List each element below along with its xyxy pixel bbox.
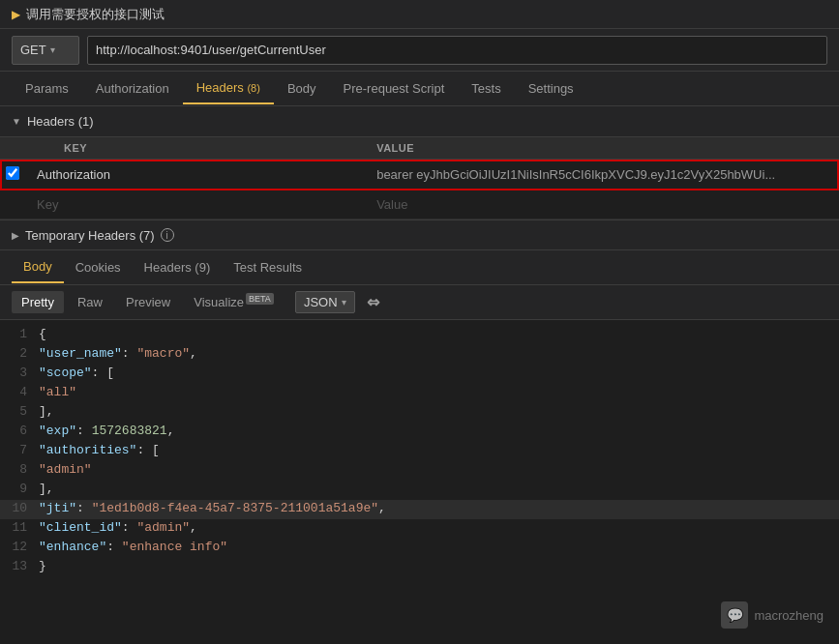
line-content-12: "enhance": "enhance info" (39, 540, 839, 557)
watermark-icon: 💬 (721, 601, 748, 629)
line-content-8: "admin" (39, 462, 839, 480)
resp-tab-body[interactable]: Body (12, 251, 64, 283)
value-cell: bearer eyJhbGciOiJIUzI1NiIsInR5cCI6IkpXV… (365, 160, 816, 190)
code-line-5: 5 ], (0, 403, 839, 423)
line-num-5: 5 (0, 404, 39, 422)
key-cell: Authorization (25, 160, 365, 190)
format-chevron: ▾ (342, 297, 346, 307)
authorization-checkbox[interactable] (6, 166, 19, 180)
line-num-1: 1 (0, 327, 39, 344)
tab-authorization-label: Authorization (96, 81, 169, 96)
fmt-tab-pretty[interactable]: Pretty (12, 291, 64, 313)
top-bar: ▶ 调用需要授权的接口测试 (0, 0, 839, 29)
resp-tab-testresults[interactable]: Test Results (222, 252, 314, 282)
fmt-tab-pretty-label: Pretty (21, 295, 54, 309)
line-num-11: 11 (0, 520, 39, 538)
line-content-11: "client_id": "admin", (39, 520, 839, 538)
resp-tab-headers[interactable]: Headers (9) (133, 252, 223, 282)
code-line-6: 6 "exp": 1572683821, (0, 423, 839, 442)
line-num-4: 4 (0, 385, 39, 402)
empty-value-label: Value (376, 197, 407, 212)
code-line-1: 1{ (0, 326, 839, 345)
code-line-4: 4 "all" (0, 384, 839, 403)
method-label: GET (20, 43, 46, 57)
code-line-9: 9 ], (0, 481, 839, 500)
line-num-2: 2 (0, 346, 39, 364)
code-line-3: 3 "scope": [ (0, 365, 839, 384)
headers-section-title: Headers (1) (27, 114, 94, 129)
line-content-9: ], (39, 482, 839, 499)
wrap-icon[interactable]: ⇔ (367, 293, 379, 311)
line-content-2: "user_name": "macro", (39, 346, 839, 364)
line-content-6: "exp": 1572683821, (39, 424, 839, 441)
resp-tab-cookies-label: Cookies (75, 260, 121, 275)
fmt-tab-raw-label: Raw (77, 295, 103, 309)
resp-tab-headers-label: Headers (9) (144, 260, 211, 275)
info-icon[interactable]: i (161, 228, 174, 242)
watermark-text: macrozheng (754, 608, 824, 623)
line-content-13: } (39, 559, 839, 576)
tab-prerequest[interactable]: Pre-request Script (330, 73, 459, 103)
fmt-tab-visualize[interactable]: VisualizeBETA (184, 290, 284, 313)
resp-tab-cookies[interactable]: Cookies (64, 252, 133, 282)
line-num-12: 12 (0, 540, 39, 557)
headers-section: ▼ Headers (1) KEY VALUE Authorization be… (0, 106, 839, 220)
code-line-10: 10 "jti": "1ed1b0d8-f4ea-45a7-8375-21100… (0, 500, 839, 519)
tab-headers[interactable]: Headers (8) (183, 73, 274, 104)
format-bar: Pretty Raw Preview VisualizeBETA JSON ▾ … (0, 285, 839, 320)
col-value-header: VALUE (365, 137, 816, 160)
col-key-header: KEY (25, 137, 365, 160)
top-bar-icon: ▶ (12, 8, 20, 21)
header-row-empty: Key Value (0, 190, 839, 220)
resp-tab-body-label: Body (23, 259, 52, 274)
tab-body[interactable]: Body (274, 73, 330, 103)
checkbox-cell[interactable] (0, 160, 25, 190)
line-content-7: "authorities": [ (39, 443, 839, 460)
resp-tab-testresults-label: Test Results (233, 260, 302, 275)
response-tabs: Body Cookies Headers (9) Test Results (0, 250, 839, 285)
watermark: 💬 macrozheng (721, 601, 824, 629)
key-text: Authorization (37, 167, 110, 182)
line-num-13: 13 (0, 559, 39, 576)
tab-tests[interactable]: Tests (458, 73, 514, 103)
tab-settings[interactable]: Settings (515, 73, 587, 103)
line-num-8: 8 (0, 462, 39, 480)
format-select-label: JSON (304, 295, 338, 309)
tab-authorization[interactable]: Authorization (82, 73, 183, 103)
tab-tests-label: Tests (471, 81, 500, 96)
code-line-13: 13} (0, 558, 839, 577)
headers-section-header[interactable]: ▼ Headers (1) (0, 106, 839, 137)
empty-key-cell[interactable]: Key (25, 190, 365, 220)
beta-badge: BETA (246, 293, 274, 305)
line-num-10: 10 (0, 501, 39, 518)
request-tabs: Params Authorization Headers (8) Body Pr… (0, 72, 839, 106)
headers-table: KEY VALUE Authorization bearer eyJhbGciO… (0, 137, 839, 220)
fmt-tab-raw[interactable]: Raw (68, 291, 112, 313)
line-num-7: 7 (0, 443, 39, 460)
line-content-4: "all" (39, 385, 839, 402)
tab-headers-badge: (8) (247, 82, 259, 94)
fmt-tab-preview-label: Preview (126, 295, 170, 309)
tab-params-label: Params (25, 81, 69, 96)
top-bar-title: 调用需要授权的接口测试 (26, 6, 165, 23)
temp-headers-section[interactable]: ▶ Temporary Headers (7) i (0, 220, 839, 250)
temp-headers-title: Temporary Headers (7) (25, 228, 155, 243)
fmt-tab-preview[interactable]: Preview (116, 291, 180, 313)
code-line-12: 12 "enhance": "enhance info" (0, 539, 839, 558)
tab-headers-label: Headers (8) (196, 80, 260, 95)
value-text: bearer eyJhbGciOiJIUzI1NiIsInR5cCI6IkpXV… (376, 167, 775, 182)
line-num-6: 6 (0, 424, 39, 441)
temp-headers-collapse-icon: ▶ (12, 230, 19, 241)
method-select[interactable]: GET ▾ (12, 36, 79, 65)
format-select[interactable]: JSON ▾ (295, 291, 355, 313)
empty-value-cell[interactable]: Value (365, 190, 816, 220)
fmt-tab-visualize-label: Visualize (194, 296, 244, 310)
tab-body-label: Body (287, 81, 316, 96)
header-row-authorization: Authorization bearer eyJhbGciOiJIUzI1NiI… (0, 160, 839, 190)
empty-key-label: Key (37, 197, 58, 212)
tab-params[interactable]: Params (12, 73, 82, 103)
url-input[interactable] (87, 36, 827, 65)
line-content-5: ], (39, 404, 839, 422)
code-line-11: 11 "client_id": "admin", (0, 519, 839, 539)
code-area: 1{2 "user_name": "macro",3 "scope": [4 "… (0, 320, 839, 583)
